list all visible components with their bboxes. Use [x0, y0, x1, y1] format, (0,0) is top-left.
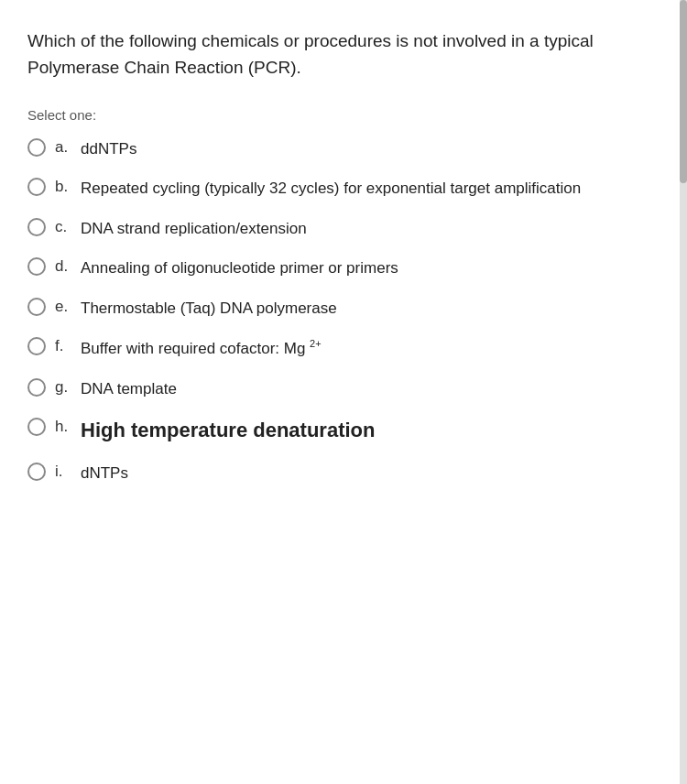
option-radio-c[interactable]	[27, 218, 46, 236]
option-text-b: Repeated cycling (typically 32 cycles) f…	[81, 177, 581, 201]
option-text-h: High temperature denaturation	[81, 417, 375, 445]
option-radio-d[interactable]	[27, 257, 46, 276]
option-text-g: DNA template	[81, 377, 177, 401]
list-item: c. DNA strand replication/extension	[27, 217, 650, 241]
option-radio-g[interactable]	[27, 378, 46, 397]
option-letter-d: d.	[55, 257, 71, 276]
option-letter-a: a.	[55, 138, 71, 157]
select-one-label: Select one:	[27, 107, 650, 123]
list-item: d. Annealing of oligonucleotide primer o…	[27, 256, 650, 280]
list-item: f. Buffer with required cofactor: Mg 2+	[27, 336, 650, 360]
option-letter-f: f.	[55, 337, 71, 355]
list-item: i. dNTPs	[27, 462, 650, 485]
option-radio-f[interactable]	[27, 337, 46, 355]
scrollbar-thumb[interactable]	[680, 0, 687, 183]
list-item: e. Thermostable (Taq) DNA polymerase	[27, 297, 650, 321]
list-item: b. Repeated cycling (typically 32 cycles…	[27, 177, 650, 201]
scrollbar-track	[680, 0, 687, 784]
option-letter-c: c.	[55, 218, 71, 236]
option-radio-e[interactable]	[27, 298, 46, 316]
options-list: a. ddNTPs b. Repeated cycling (typically…	[27, 137, 650, 485]
option-radio-h[interactable]	[27, 418, 46, 436]
option-radio-b[interactable]	[27, 178, 46, 196]
option-letter-g: g.	[55, 378, 71, 397]
question-text: Which of the following chemicals or proc…	[27, 27, 650, 82]
option-radio-i[interactable]	[27, 463, 46, 481]
option-letter-e: e.	[55, 298, 71, 316]
option-text-d: Annealing of oligonucleotide primer or p…	[81, 256, 398, 280]
option-letter-h: h.	[55, 418, 71, 436]
list-item: a. ddNTPs	[27, 137, 650, 161]
option-text-a: ddNTPs	[81, 137, 136, 161]
option-letter-i: i.	[55, 463, 71, 481]
option-text-c: DNA strand replication/extension	[81, 217, 307, 241]
option-letter-b: b.	[55, 178, 71, 196]
option-text-e: Thermostable (Taq) DNA polymerase	[81, 297, 337, 321]
option-text-f: Buffer with required cofactor: Mg 2+	[81, 336, 322, 360]
list-item: g. DNA template	[27, 377, 650, 401]
list-item: h. High temperature denaturation	[27, 417, 650, 445]
option-radio-a[interactable]	[27, 138, 46, 157]
option-text-i: dNTPs	[81, 462, 128, 485]
